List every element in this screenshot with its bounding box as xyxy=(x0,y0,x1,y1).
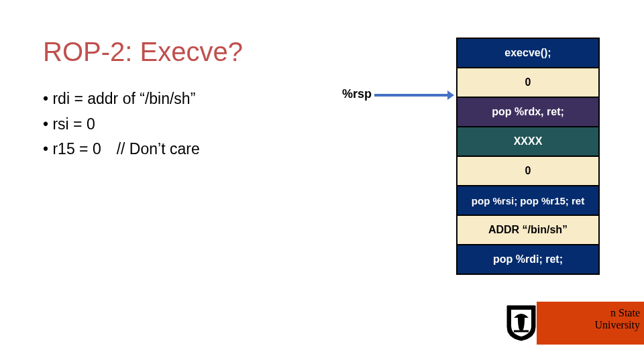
stack-cell: pop %rdx, ret; xyxy=(456,97,600,127)
bullet-item: rsi = 0 xyxy=(43,113,200,137)
bullet-list: rdi = addr of “/bin/sh” rsi = 0 r15 = 0 … xyxy=(43,87,200,163)
stack-cell: pop %rdi; ret; xyxy=(456,244,600,275)
logo-text: n State University xyxy=(594,307,640,332)
bullet-item: r15 = 0 // Don’t care xyxy=(43,137,200,162)
rsp-arrow xyxy=(374,94,448,97)
stack-cell: pop %rsi; pop %r15; ret xyxy=(456,185,600,216)
university-logo: n State University xyxy=(537,302,644,345)
rsp-label: %rsp xyxy=(342,87,372,101)
bullet-item: rdi = addr of “/bin/sh” xyxy=(43,87,200,111)
stack-cell: execve(); xyxy=(456,38,600,68)
stack-cell: ADDR “/bin/sh” xyxy=(456,215,600,245)
stack-diagram: execve(); 0 pop %rdx, ret; XXXX 0 pop %r… xyxy=(456,39,600,275)
shield-icon xyxy=(504,304,538,342)
stack-cell: XXXX xyxy=(456,126,600,157)
stack-cell: 0 xyxy=(456,156,600,186)
logo-line2: University xyxy=(594,319,640,330)
stack-cell: 0 xyxy=(456,67,600,98)
slide-title: ROP-2: Execve? xyxy=(43,37,243,67)
logo-line1: n State xyxy=(610,307,640,318)
